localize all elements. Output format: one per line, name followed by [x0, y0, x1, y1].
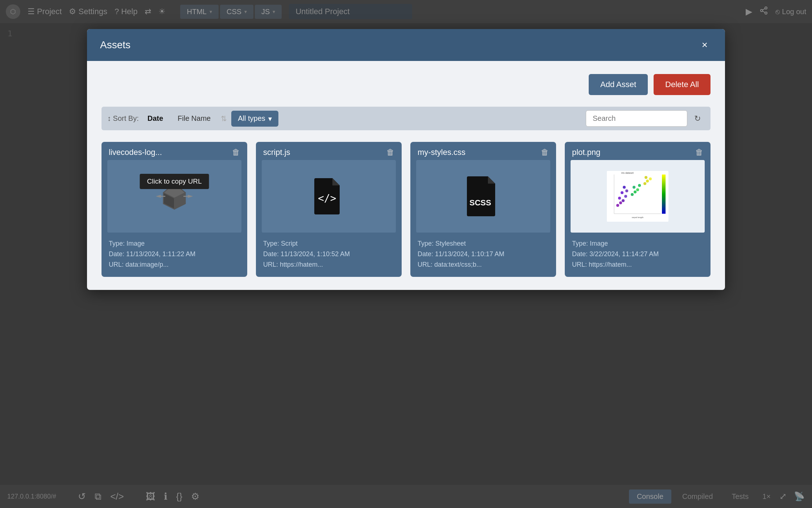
sort-filename-button[interactable]: File Name	[172, 111, 216, 126]
asset-preview-1[interactable]: </>	[262, 160, 396, 233]
asset-card-header-3: plot.png 🗑	[565, 142, 710, 160]
scatter-plot-icon: iris dataset sepal length	[607, 171, 668, 222]
svg-text:SCSS: SCSS	[469, 198, 491, 207]
filter-dropdown[interactable]: All types ▾	[231, 111, 278, 127]
refresh-button[interactable]: ↻	[690, 111, 705, 126]
search-area: ↻	[586, 110, 705, 127]
svg-point-34	[633, 186, 635, 189]
svg-point-35	[638, 184, 641, 187]
svg-point-32	[634, 190, 637, 193]
svg-point-29	[625, 189, 628, 192]
svg-point-31	[631, 193, 634, 196]
scss-document-icon: SCSS	[465, 175, 501, 218]
sort-order-icon: ⇅	[219, 114, 228, 123]
svg-point-33	[636, 188, 639, 191]
svg-point-24	[619, 201, 622, 204]
svg-point-36	[643, 182, 646, 185]
cube-icon	[154, 180, 194, 213]
asset-info-3: Type: Image Date: 3/22/2024, 11:14:27 AM…	[565, 233, 710, 277]
asset-info-2: Type: Stylesheet Date: 11/13/2024, 1:10:…	[410, 233, 556, 277]
asset-name-3: plot.png	[572, 148, 600, 157]
asset-delete-1[interactable]: 🗑	[386, 148, 394, 157]
asset-delete-0[interactable]: 🗑	[232, 148, 240, 157]
asset-card-1: script.js 🗑 </> Type: Script	[256, 142, 402, 277]
modal-overlay[interactable]: Assets × Add Asset Delete All ↕ Sort By:…	[0, 0, 812, 508]
asset-preview-0[interactable]: Click to copy URL	[107, 160, 241, 233]
modal-title: Assets	[100, 39, 130, 51]
modal-close-button[interactable]: ×	[697, 38, 712, 52]
asset-preview-2[interactable]: SCSS	[416, 160, 550, 233]
svg-point-37	[646, 180, 649, 183]
svg-point-30	[623, 186, 626, 189]
sort-date-button[interactable]: Date	[142, 111, 169, 126]
asset-card-header-1: script.js 🗑	[256, 142, 402, 160]
asset-delete-2[interactable]: 🗑	[541, 148, 549, 157]
modal-body: Add Asset Delete All ↕ Sort By: Date Fil…	[87, 61, 725, 290]
svg-rect-22	[662, 175, 666, 214]
asset-name-1: script.js	[263, 148, 290, 157]
modal-actions: Add Asset Delete All	[102, 74, 710, 95]
asset-card-3: plot.png 🗑	[565, 142, 710, 277]
filter-bar: ↕ Sort By: Date File Name ⇅ All types ▾ …	[102, 107, 710, 130]
asset-card-0: livecodes-log... 🗑	[102, 142, 247, 277]
asset-name-0: livecodes-log...	[109, 148, 162, 157]
svg-point-39	[645, 176, 647, 179]
code-document-icon: </>	[312, 176, 345, 216]
add-asset-button[interactable]: Add Asset	[589, 74, 648, 95]
asset-preview-3[interactable]: iris dataset sepal length	[571, 160, 705, 233]
asset-grid: livecodes-log... 🗑	[102, 142, 710, 277]
svg-text:sepal length: sepal length	[632, 216, 643, 218]
asset-info-1: Type: Script Date: 11/13/2024, 1:10:52 A…	[256, 233, 402, 277]
asset-card-2: my-styles.css 🗑 SCSS Type: Styles	[410, 142, 556, 277]
svg-point-26	[618, 197, 621, 200]
svg-point-23	[616, 204, 619, 207]
assets-modal: Assets × Add Asset Delete All ↕ Sort By:…	[87, 29, 725, 290]
asset-card-header-2: my-styles.css 🗑	[410, 142, 556, 160]
svg-point-27	[624, 195, 627, 198]
svg-text:</>: </>	[318, 192, 336, 204]
asset-info-0: Type: Image Date: 11/13/2024, 1:11:22 AM…	[102, 233, 247, 277]
svg-point-38	[649, 177, 652, 180]
modal-header: Assets ×	[87, 29, 725, 61]
svg-rect-19	[607, 171, 668, 222]
asset-name-2: my-styles.css	[418, 148, 465, 157]
asset-delete-3[interactable]: 🗑	[695, 148, 703, 157]
search-input[interactable]	[586, 110, 687, 127]
svg-point-25	[622, 199, 625, 202]
svg-text:iris dataset: iris dataset	[621, 172, 634, 174]
sort-by-label: ↕ Sort By:	[107, 114, 139, 123]
svg-point-28	[621, 191, 624, 194]
delete-all-button[interactable]: Delete All	[654, 74, 710, 95]
asset-card-header-0: livecodes-log... 🗑	[102, 142, 247, 160]
filter-chevron-icon: ▾	[268, 114, 272, 123]
